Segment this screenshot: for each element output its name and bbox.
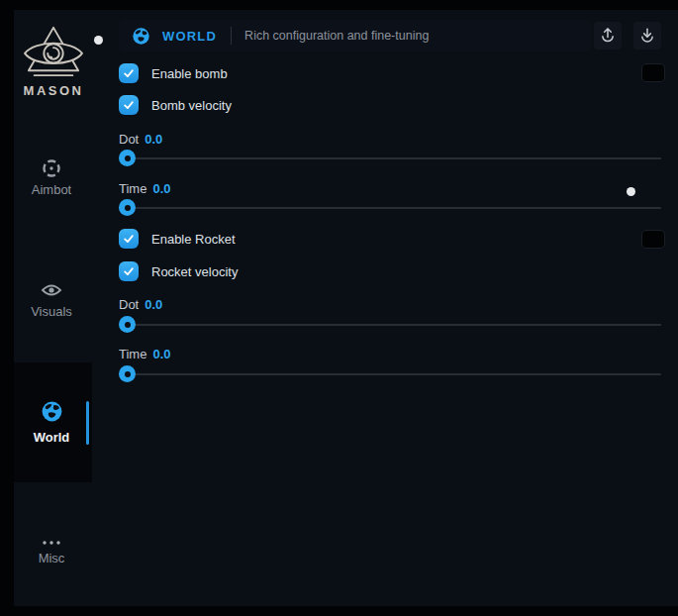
checkbox-label: Bomb velocity	[151, 98, 232, 113]
rocket-color-swatch[interactable]	[641, 230, 665, 249]
brand-name: MASON	[14, 83, 93, 98]
active-tab-indicator	[86, 401, 89, 445]
rocket-time-slider[interactable]	[119, 365, 661, 383]
upload-config-button[interactable]	[594, 22, 622, 50]
globe-icon	[132, 27, 150, 46]
bomb-dot-slider[interactable]	[119, 150, 661, 167]
bomb-dot-label: Dot0.0	[119, 132, 162, 147]
slider-value: 0.0	[145, 132, 162, 147]
sidebar-item-label: Misc	[14, 551, 89, 565]
page-header: WORLD Rich configuration and fine-tuning	[119, 20, 591, 51]
enable-bomb-row: Enable bomb	[119, 63, 228, 83]
page-subtitle: Rich configuration and fine-tuning	[244, 29, 429, 43]
enable-rocket-row: Enable Rocket	[119, 229, 236, 249]
bomb-velocity-row: Bomb velocity	[119, 95, 232, 115]
check-icon	[122, 232, 136, 246]
sidebar-item-aimbot[interactable]: Aimbot	[14, 157, 89, 197]
sidebar-item-world[interactable]: World	[14, 362, 92, 482]
white-dot-indicator	[94, 36, 103, 45]
upload-icon	[597, 25, 619, 47]
app-window: MASON Aimbot Visuals World	[0, 0, 678, 616]
download-icon	[636, 25, 658, 47]
rocket-time-label: Time0.0	[119, 347, 170, 361]
download-config-button[interactable]	[633, 22, 661, 50]
checkbox-label: Enable bomb	[151, 66, 228, 81]
slider-value: 0.0	[152, 347, 170, 361]
slider-name: Dot	[119, 132, 139, 147]
checkbox-label: Enable Rocket	[151, 232, 236, 247]
enable-rocket-checkbox[interactable]	[119, 229, 139, 249]
slider-handle[interactable]	[119, 150, 136, 166]
main-panel: MASON Aimbot Visuals World	[14, 10, 678, 606]
page-title: WORLD	[162, 29, 217, 44]
rocket-velocity-checkbox[interactable]	[119, 261, 139, 281]
white-dot-indicator	[627, 187, 635, 196]
slider-track[interactable]	[119, 207, 661, 209]
brand-block: MASON	[14, 24, 93, 98]
slider-name: Time	[119, 347, 146, 361]
slider-handle[interactable]	[119, 316, 136, 333]
rocket-dot-label: Dot0.0	[119, 297, 162, 312]
slider-handle[interactable]	[119, 365, 136, 382]
rocket-dot-slider[interactable]	[119, 316, 661, 334]
enable-bomb-checkbox[interactable]	[119, 63, 139, 83]
sidebar-item-label: World	[14, 430, 89, 445]
bomb-velocity-checkbox[interactable]	[119, 95, 139, 115]
globe-icon	[41, 400, 63, 423]
header-divider	[231, 27, 232, 45]
check-icon	[122, 98, 136, 112]
mason-logo-icon	[22, 24, 85, 79]
rocket-velocity-row: Rocket velocity	[119, 261, 238, 281]
checkbox-label: Rocket velocity	[151, 264, 238, 279]
sidebar-item-visuals[interactable]: Visuals	[14, 279, 89, 319]
sidebar-item-label: Aimbot	[14, 182, 89, 197]
eye-icon	[41, 279, 62, 301]
slider-track[interactable]	[119, 324, 661, 326]
slider-value: 0.0	[145, 297, 162, 312]
bomb-time-slider[interactable]	[119, 199, 661, 217]
crosshair-icon	[41, 157, 62, 179]
check-icon	[122, 66, 136, 80]
slider-handle[interactable]	[119, 199, 136, 216]
slider-name: Dot	[119, 297, 139, 312]
slider-value: 0.0	[152, 181, 170, 196]
slider-track[interactable]	[119, 157, 661, 159]
bomb-time-label: Time0.0	[119, 181, 170, 196]
ellipsis-icon	[40, 538, 63, 548]
slider-track[interactable]	[119, 373, 661, 375]
slider-name: Time	[119, 181, 146, 196]
bomb-color-swatch[interactable]	[641, 63, 665, 82]
sidebar-item-label: Visuals	[14, 304, 89, 319]
sidebar-item-misc[interactable]: Misc	[14, 532, 89, 565]
check-icon	[122, 264, 136, 278]
